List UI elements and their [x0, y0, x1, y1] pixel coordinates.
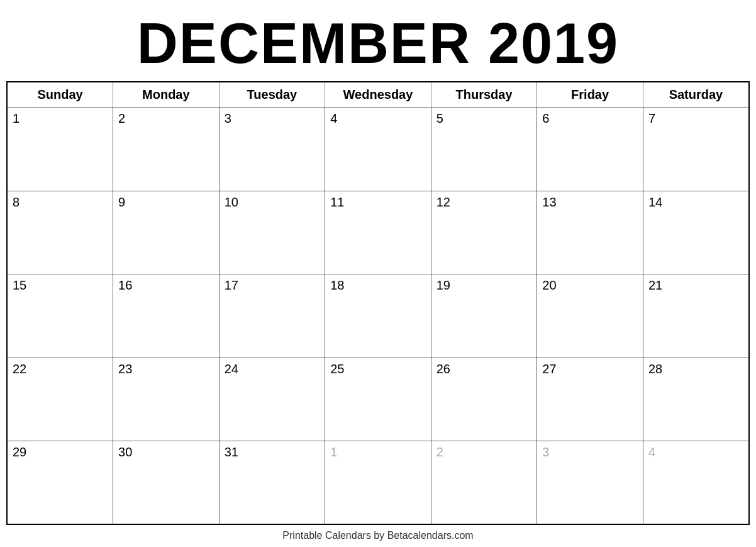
calendar-day-cell: 6 [537, 108, 643, 191]
calendar-day-cell: 7 [643, 108, 749, 191]
calendar-week-row: 891011121314 [7, 191, 749, 274]
day-of-week-header: Saturday [643, 82, 749, 108]
calendar-day-cell: 2 [113, 108, 220, 191]
calendar-day-cell: 12 [431, 191, 537, 274]
calendar-day-cell: 18 [325, 274, 431, 358]
calendar-day-cell: 8 [7, 191, 113, 274]
day-of-week-header: Friday [537, 82, 643, 108]
calendar-day-cell: 25 [325, 358, 431, 441]
calendar-day-cell: 4 [325, 108, 431, 191]
day-of-week-header: Wednesday [325, 82, 431, 108]
calendar-day-cell: 15 [7, 274, 113, 358]
calendar-day-cell: 1 [7, 108, 113, 191]
calendar-week-row: 2930311234 [7, 441, 749, 525]
calendar-day-cell: 3 [537, 441, 643, 525]
calendar-title: DECEMBER 2019 [6, 6, 750, 81]
calendar-day-cell: 27 [537, 358, 643, 441]
calendar-day-cell: 5 [431, 108, 537, 191]
calendar-day-cell: 17 [219, 274, 325, 358]
calendar-day-cell: 21 [643, 274, 749, 358]
calendar-table: SundayMondayTuesdayWednesdayThursdayFrid… [6, 81, 750, 525]
calendar-day-cell: 29 [7, 441, 113, 525]
calendar-day-cell: 31 [219, 441, 325, 525]
calendar-day-cell: 28 [643, 358, 749, 441]
day-of-week-header: Tuesday [219, 82, 325, 108]
calendar-day-cell: 16 [113, 274, 220, 358]
calendar-day-cell: 30 [113, 441, 220, 525]
calendar-day-cell: 1 [325, 441, 431, 525]
day-of-week-header: Sunday [7, 82, 113, 108]
calendar-week-row: 1234567 [7, 108, 749, 191]
calendar-day-cell: 24 [219, 358, 325, 441]
calendar-day-cell: 13 [537, 191, 643, 274]
day-of-week-header: Thursday [431, 82, 537, 108]
calendar-day-cell: 4 [643, 441, 749, 525]
calendar-day-cell: 11 [325, 191, 431, 274]
calendar-container: DECEMBER 2019 SundayMondayTuesdayWednesd… [0, 0, 756, 547]
calendar-day-cell: 26 [431, 358, 537, 441]
day-of-week-header: Monday [113, 82, 220, 108]
calendar-day-cell: 22 [7, 358, 113, 441]
calendar-day-cell: 3 [219, 108, 325, 191]
calendar-day-cell: 20 [537, 274, 643, 358]
calendar-day-cell: 23 [113, 358, 220, 441]
calendar-day-cell: 2 [431, 441, 537, 525]
calendar-day-cell: 19 [431, 274, 537, 358]
calendar-day-cell: 10 [219, 191, 325, 274]
calendar-week-row: 15161718192021 [7, 274, 749, 358]
calendar-week-row: 22232425262728 [7, 358, 749, 441]
calendar-day-cell: 9 [113, 191, 220, 274]
footer-text: Printable Calendars by Betacalendars.com [6, 525, 750, 544]
calendar-day-cell: 14 [643, 191, 749, 274]
